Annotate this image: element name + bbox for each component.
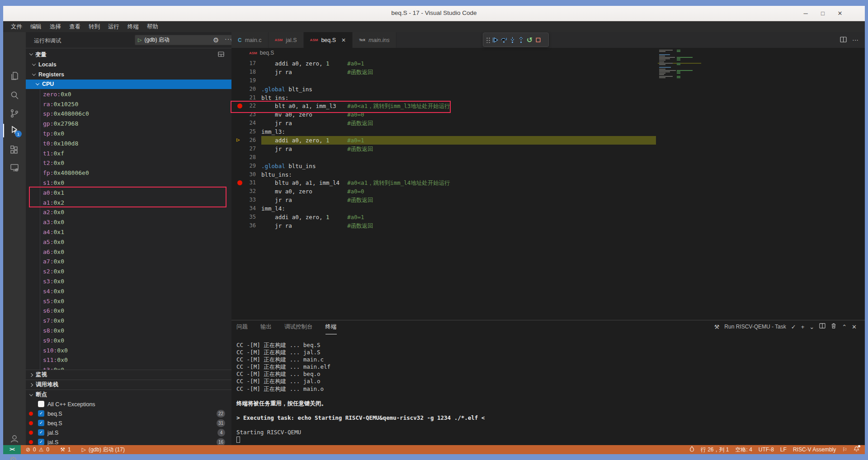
breadcrumb-file[interactable]: beq.S bbox=[260, 50, 274, 56]
scope-locals[interactable]: Locals bbox=[26, 60, 231, 70]
checkbox-checked[interactable]: ✓ bbox=[38, 439, 44, 445]
accounts-icon[interactable] bbox=[9, 433, 20, 444]
breakpoint-row[interactable]: ✓ jal.S 4 bbox=[26, 428, 231, 437]
register-row[interactable]: s8: 0x0 bbox=[26, 326, 231, 336]
indent-indicator[interactable]: 空格: 4 bbox=[736, 446, 752, 454]
panel-tab[interactable]: 调试控制台 bbox=[284, 323, 313, 334]
split-terminal-icon[interactable] bbox=[819, 323, 826, 331]
register-row[interactable]: s2: 0x0 bbox=[26, 267, 231, 277]
notifications-bell-icon[interactable] bbox=[854, 446, 859, 453]
line-number[interactable]: 26 bbox=[231, 137, 256, 143]
register-row[interactable]: s9: 0x0 bbox=[26, 335, 231, 345]
flame-icon[interactable] bbox=[689, 446, 694, 453]
register-row[interactable]: s5: 0x0 bbox=[26, 296, 231, 306]
line-number[interactable]: 27 bbox=[231, 146, 256, 152]
breadcrumb[interactable]: ASM beq.S bbox=[231, 48, 865, 58]
line-number[interactable]: 28 bbox=[231, 154, 256, 160]
line-number[interactable]: 19 bbox=[231, 77, 256, 84]
menu-item[interactable]: 终端 bbox=[123, 21, 143, 32]
checkbox-checked[interactable]: ✓ bbox=[38, 410, 44, 417]
more-actions-icon[interactable]: ··· bbox=[225, 35, 231, 42]
register-row[interactable]: zero: 0x0 bbox=[26, 89, 231, 99]
line-number[interactable]: 30 bbox=[231, 171, 256, 178]
errors-icon[interactable]: ⊘ bbox=[26, 446, 30, 453]
line-number[interactable]: 20 bbox=[231, 86, 256, 92]
watch-section-header[interactable]: 监视 bbox=[26, 370, 231, 380]
menu-item[interactable]: 选择 bbox=[46, 21, 65, 32]
debug-settings-gear-icon[interactable]: ⚙ bbox=[213, 36, 219, 44]
run-debug-icon[interactable]: 1 bbox=[9, 125, 20, 136]
step-over-button[interactable] bbox=[500, 35, 508, 45]
register-row[interactable]: tp: 0x0 bbox=[26, 129, 231, 139]
panel-layout-icon[interactable] bbox=[218, 51, 224, 59]
editor-tab[interactable]: ASM jal.S ✕ bbox=[269, 32, 304, 48]
register-row[interactable]: s6: 0x0 bbox=[26, 306, 231, 316]
step-into-button[interactable] bbox=[508, 35, 517, 45]
register-row[interactable]: t2: 0x0 bbox=[26, 158, 231, 168]
line-number[interactable]: 22 bbox=[231, 103, 256, 109]
register-row[interactable]: t3: 0x0 bbox=[26, 365, 231, 370]
extensions-icon[interactable] bbox=[9, 145, 20, 156]
panel-tab[interactable]: 问题 bbox=[236, 323, 248, 334]
variables-section-header[interactable]: 变量 bbox=[26, 48, 231, 60]
remote-explorer-icon[interactable] bbox=[9, 162, 20, 173]
close-window-button[interactable]: ✕ bbox=[835, 9, 845, 19]
menu-item[interactable]: 查看 bbox=[65, 21, 85, 32]
register-row[interactable]: t0: 0x100d8 bbox=[26, 138, 231, 148]
checkbox-checked[interactable]: ✓ bbox=[38, 420, 44, 426]
close-tab-icon[interactable]: ✕ bbox=[341, 37, 346, 43]
explorer-icon[interactable] bbox=[9, 70, 20, 81]
line-number[interactable]: 18 bbox=[231, 69, 256, 75]
editor-more-actions-icon[interactable]: ··· bbox=[852, 36, 859, 45]
search-icon[interactable] bbox=[9, 90, 20, 101]
feedback-flag-icon[interactable]: ⚐ bbox=[842, 446, 847, 453]
terminal-dropdown-chevron-icon[interactable]: ⌄ bbox=[809, 324, 814, 330]
debug-status-icon[interactable]: ▷ bbox=[82, 446, 86, 453]
register-row[interactable]: fp: 0x408006e0 bbox=[26, 168, 231, 178]
tasks-icon[interactable]: ⚒ bbox=[60, 446, 65, 453]
editor-tab[interactable]: TeX main.ins ✕ bbox=[353, 32, 396, 48]
line-number[interactable]: 25 bbox=[231, 128, 256, 135]
register-row[interactable]: s4: 0x0 bbox=[26, 286, 231, 296]
split-editor-icon[interactable] bbox=[840, 36, 847, 45]
line-number[interactable]: 35 bbox=[231, 214, 256, 220]
menu-item[interactable]: 编辑 bbox=[26, 21, 46, 32]
line-number[interactable]: 29 bbox=[231, 163, 256, 169]
checkbox-checked[interactable]: ✓ bbox=[38, 429, 44, 436]
line-number[interactable]: 24 bbox=[231, 120, 256, 126]
register-row[interactable]: a5: 0x0 bbox=[26, 237, 231, 247]
exception-breakpoint-row[interactable]: All C++ Exceptions bbox=[26, 399, 231, 409]
terminal-task-label[interactable]: Run RISCV-QEMU - Task bbox=[724, 324, 786, 330]
errors-count[interactable]: 0 bbox=[33, 446, 36, 453]
checkbox-unchecked[interactable] bbox=[38, 401, 44, 407]
line-number[interactable]: 23 bbox=[231, 111, 256, 117]
language-indicator[interactable]: RISC-V Assembly bbox=[793, 446, 836, 453]
register-row[interactable]: s1: 0x0 bbox=[26, 178, 231, 188]
menu-item[interactable]: 转到 bbox=[85, 21, 104, 32]
stop-button[interactable] bbox=[534, 35, 542, 45]
remote-indicator[interactable]: >< bbox=[3, 445, 21, 454]
line-col-indicator[interactable]: 行 26，列 1 bbox=[701, 446, 729, 454]
restart-button[interactable]: ↺ bbox=[525, 35, 534, 45]
eol-indicator[interactable]: LF bbox=[780, 446, 787, 453]
register-row[interactable]: a3: 0x0 bbox=[26, 217, 231, 227]
encoding-indicator[interactable]: UTF-8 bbox=[759, 446, 774, 453]
kill-terminal-icon[interactable] bbox=[830, 323, 837, 331]
register-row[interactable]: s10: 0x0 bbox=[26, 345, 231, 355]
minimap[interactable] bbox=[658, 50, 701, 86]
menu-item[interactable]: 运行 bbox=[104, 21, 123, 32]
close-panel-icon[interactable]: ✕ bbox=[852, 324, 857, 330]
menu-item[interactable]: 帮助 bbox=[143, 21, 162, 32]
line-number[interactable]: 31 bbox=[231, 179, 256, 186]
tasks-count[interactable]: 1 bbox=[68, 446, 71, 453]
line-number[interactable]: 34 bbox=[231, 205, 256, 211]
register-row[interactable]: a0: 0x1 bbox=[26, 188, 231, 197]
maximize-button[interactable]: □ bbox=[817, 9, 828, 19]
step-out-button[interactable] bbox=[517, 35, 525, 45]
warnings-count[interactable]: 0 bbox=[47, 446, 50, 453]
terminal-output[interactable]: CC -[M] 正在构建 ... beq.SCC -[M] 正在构建 ... j… bbox=[236, 342, 860, 443]
warnings-icon[interactable]: ⚠ bbox=[39, 446, 44, 453]
breakpoints-section-header[interactable]: 断点 bbox=[26, 390, 231, 399]
code-area[interactable]: ▷ 17 addi a0, zero, 1 #a0=1 ▷ 18 jr ra #… bbox=[231, 59, 865, 320]
register-row[interactable]: s3: 0x0 bbox=[26, 277, 231, 286]
